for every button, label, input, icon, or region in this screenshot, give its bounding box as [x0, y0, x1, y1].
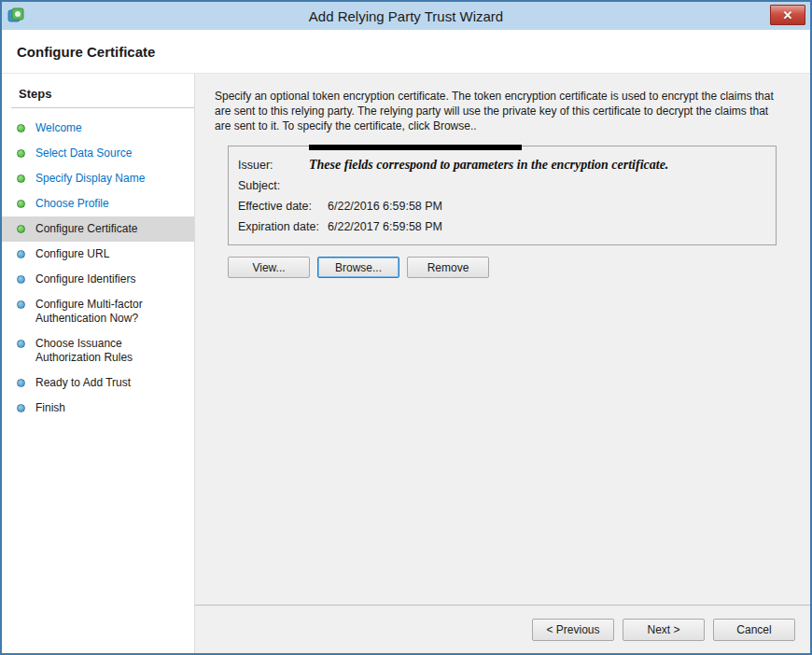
steps-sidebar: Steps Welcome Select Data Source Specify…	[2, 74, 194, 653]
step-status-icon	[17, 200, 25, 208]
step-welcome[interactable]: Welcome	[2, 116, 194, 141]
field-label-subject: Subject:	[238, 179, 328, 192]
cancel-button[interactable]: Cancel	[713, 619, 795, 641]
close-button[interactable]: ✕	[770, 5, 805, 25]
remove-button[interactable]: Remove	[407, 257, 489, 278]
content-pane: Specify an optional token encryption cer…	[194, 74, 810, 653]
page-title: Configure Certificate	[17, 44, 155, 60]
steps-divider	[11, 107, 194, 108]
certificate-field-row: Subject:	[238, 175, 766, 196]
field-value-effective-date: 6/22/2016 6:59:58 PM	[328, 200, 442, 213]
window-title: Add Relying Party Trust Wizard	[2, 2, 810, 30]
wizard-window: Add Relying Party Trust Wizard ✕ Configu…	[0, 0, 812, 655]
certificate-buttons: View... Browse... Remove	[228, 257, 791, 278]
step-status-icon	[17, 174, 25, 183]
step-status-icon	[17, 225, 25, 233]
field-label-expiration-date: Expiration date:	[238, 220, 328, 233]
certificate-field-row: Expiration date: 6/22/2017 6:59:58 PM	[238, 216, 766, 237]
step-configure-certificate: Configure Certificate	[2, 216, 194, 242]
step-status-icon	[17, 340, 25, 348]
step-finish: Finish	[2, 396, 194, 421]
main-area: Steps Welcome Select Data Source Specify…	[2, 74, 810, 653]
footer-bar: < Previous Next > Cancel	[195, 605, 810, 653]
step-status-icon	[17, 300, 25, 309]
description-text: Specify an optional token encryption cer…	[215, 89, 782, 133]
field-value-expiration-date: 6/22/2017 6:59:58 PM	[328, 220, 442, 233]
step-status-icon	[17, 250, 25, 258]
step-status-icon	[17, 404, 25, 412]
step-configure-url: Configure URL	[2, 242, 194, 267]
redaction-bar	[309, 145, 522, 150]
step-status-icon	[17, 149, 25, 158]
step-status-icon	[17, 379, 25, 387]
app-icon	[7, 7, 24, 24]
previous-button[interactable]: < Previous	[532, 619, 614, 641]
title-bar: Add Relying Party Trust Wizard ✕	[2, 2, 810, 30]
page-header: Configure Certificate	[2, 30, 810, 74]
step-configure-identifiers: Configure Identifiers	[2, 267, 194, 292]
step-specify-display-name[interactable]: Specify Display Name	[2, 166, 194, 191]
view-button[interactable]: View...	[228, 257, 310, 278]
steps-list: Welcome Select Data Source Specify Displ…	[2, 116, 194, 421]
step-configure-mfa: Configure Multi-factor Authentication No…	[2, 292, 194, 331]
step-choose-profile[interactable]: Choose Profile	[2, 191, 194, 216]
steps-title: Steps	[2, 83, 194, 107]
step-choose-issuance-rules: Choose Issuance Authorization Rules	[2, 331, 194, 370]
certificate-details-box: These fields correspond to parameters in…	[228, 146, 777, 245]
content-body: Specify an optional token encryption cer…	[195, 74, 810, 605]
browse-button[interactable]: Browse...	[317, 257, 399, 278]
step-ready-to-add-trust: Ready to Add Trust	[2, 370, 194, 396]
certificate-field-row: Effective date: 6/22/2016 6:59:58 PM	[238, 196, 766, 216]
annotation-text: These fields correspond to parameters in…	[309, 158, 757, 173]
step-status-icon	[17, 124, 25, 132]
step-status-icon	[17, 275, 25, 284]
next-button[interactable]: Next >	[623, 619, 705, 641]
field-label-effective-date: Effective date:	[238, 200, 328, 213]
step-select-data-source[interactable]: Select Data Source	[2, 141, 194, 166]
